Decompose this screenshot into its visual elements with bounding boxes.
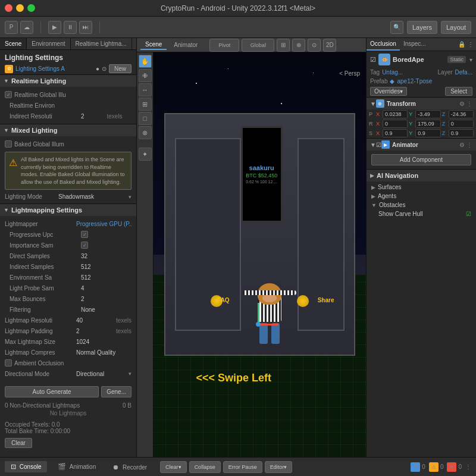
window-controls[interactable] — [5, 4, 35, 12]
realtime-global-illum-checkbox[interactable] — [5, 91, 12, 98]
clear-button[interactable]: Clear — [5, 438, 32, 448]
pivot-dropdown[interactable]: Pivot — [209, 39, 239, 52]
rotation-y-value[interactable]: 175.09 — [415, 120, 440, 128]
close-button[interactable] — [5, 4, 12, 12]
position-x-coord: X 0.0238 — [376, 110, 408, 118]
hand-tool[interactable]: ✋ — [139, 55, 152, 68]
layers-button[interactable]: Layers — [407, 21, 437, 34]
2d-toggle[interactable]: 2D — [323, 39, 336, 52]
ai-nav-show-carve-hull[interactable]: Show Carve Hull ☑ — [367, 209, 476, 218]
importance-sam-checkbox[interactable] — [81, 242, 88, 249]
maximize-button[interactable] — [27, 4, 35, 12]
ai-nav-section-header[interactable]: ▶ AI Navigation — [367, 169, 476, 181]
tag-value[interactable]: Untag... — [382, 69, 403, 76]
transform-tool[interactable]: ⊗ — [139, 126, 152, 139]
scale-tool[interactable]: ⊞ — [139, 98, 152, 111]
step-button[interactable]: ⏭ — [79, 21, 92, 34]
position-y-value[interactable]: -3.49 — [415, 110, 440, 118]
realtime-global-illum-label: Realtime Global Illu — [14, 92, 86, 98]
play-button[interactable]: ▶ — [48, 21, 61, 34]
occlusion-tab[interactable]: Occlusion — [367, 38, 400, 51]
transform-settings-icon[interactable]: ⚙ — [459, 101, 465, 107]
select-button[interactable]: Select — [445, 87, 472, 96]
editor-button[interactable]: Editor▾ — [265, 461, 293, 473]
search-icon[interactable]: 🔍 — [390, 21, 403, 34]
overlay-icon[interactable]: ⊙ — [308, 39, 321, 52]
ai-nav-agents[interactable]: ▶ Agents — [367, 192, 476, 201]
tab-scene[interactable]: Scene — [0, 38, 27, 49]
position-z-value[interactable]: -24.36 — [449, 110, 474, 118]
active-checkbox[interactable]: ☑ — [370, 56, 376, 64]
snap-icon[interactable]: ⊕ — [292, 39, 305, 52]
transform-more-icon[interactable]: ⋮ — [466, 101, 472, 107]
animator-more-icon[interactable]: ⋮ — [466, 142, 472, 148]
pause-button[interactable]: ⏸ — [64, 21, 77, 34]
viewport[interactable]: ✋ ✙ ↔ ⊞ □ ⊗ ✦ — [137, 52, 366, 457]
inspector-tab[interactable]: Inspec... — [400, 38, 430, 51]
position-x-value[interactable]: 0.0238 — [383, 110, 408, 118]
scale-x-value[interactable]: 0.9 — [383, 129, 408, 137]
rotation-x-value[interactable]: 0 — [383, 120, 408, 128]
auto-generate-button[interactable]: Auto Generate — [5, 386, 99, 397]
window-title: CryptoRun - Android - Unity 2022.3.12f1 … — [161, 4, 315, 12]
layout-button[interactable]: Layout — [441, 21, 471, 34]
global-dropdown[interactable]: Global — [242, 39, 274, 52]
lighting-settings-title: Lighting Settings — [5, 54, 131, 62]
more-icon[interactable]: ⋮ — [465, 464, 471, 470]
scale-y-value[interactable]: 0.9 — [415, 129, 440, 137]
error-pause-button[interactable]: Error Pause — [223, 461, 262, 473]
animator-settings-icon[interactable]: ⚙ — [459, 142, 465, 148]
lighting-mode-label: Lighting Mode — [5, 193, 58, 200]
transform-expand-icon[interactable]: ▼ — [370, 101, 376, 107]
collapse-button[interactable]: Collapse — [189, 461, 221, 473]
minimize-button[interactable] — [16, 4, 24, 12]
scale-z-value[interactable]: 0.9 — [449, 129, 474, 137]
move-tool[interactable]: ✙ — [139, 69, 152, 82]
p-icon[interactable]: P — [5, 21, 18, 34]
indirect-resoluti-row: Indirect Resoluti 2 texels — [0, 111, 136, 121]
console-tab[interactable]: ⊡ Console — [5, 461, 47, 472]
animator-active-checkbox[interactable]: ☑ — [376, 142, 381, 148]
prefab-label-text: Prefab — [370, 78, 387, 84]
rotate-tool[interactable]: ↔ — [139, 83, 152, 96]
realtime-lighting-section-header[interactable]: ▼ Realtime Lighting — [0, 74, 136, 87]
show-carve-hull-check[interactable]: ☑ — [466, 211, 471, 217]
recorder-tab[interactable]: ⏺ Recorder — [107, 462, 153, 472]
rect-tool[interactable]: □ — [139, 112, 152, 125]
more-options-icon[interactable]: ⋮ — [468, 41, 474, 48]
mixed-lighting-section-header[interactable]: ▼ Mixed Lighting — [0, 124, 136, 136]
ai-nav-obstacles[interactable]: ▼ Obstacles — [367, 201, 476, 209]
rotation-z-value[interactable]: 0 — [449, 120, 474, 128]
animator-expand-icon[interactable]: ▼ — [370, 142, 376, 148]
ai-nav-surfaces[interactable]: ▶ Surfaces — [367, 183, 476, 192]
lighting-mode-dropdown-icon[interactable]: ▾ — [129, 194, 131, 200]
static-dropdown-icon[interactable]: ▾ — [469, 57, 472, 63]
animation-tab[interactable]: 🎬 Animation — [52, 461, 102, 472]
lock-icon[interactable]: 🔒 — [458, 41, 465, 48]
toolbar-divider-1 — [40, 21, 41, 33]
cloud-icon[interactable]: ☁ — [20, 21, 33, 34]
progressive-upc-checkbox[interactable] — [81, 231, 88, 238]
clear-console-button[interactable]: Clear▾ — [160, 461, 187, 473]
custom-editor-tool[interactable]: ✦ — [139, 148, 152, 161]
asset-lock-icon[interactable]: ⊙ — [102, 65, 107, 72]
tab-realtime-lightmap[interactable]: Realtime Lightma... — [71, 38, 132, 49]
new-lighting-settings-button[interactable]: New — [109, 64, 131, 73]
directional-mode-dropdown-icon[interactable]: ▾ — [129, 371, 131, 377]
tab-environment[interactable]: Environment — [27, 38, 70, 49]
overrides-button[interactable]: Overrides▾ — [370, 87, 407, 96]
lightmapping-settings-section-header[interactable]: ▼ Lightmapping Settings — [0, 203, 136, 216]
generate-button[interactable]: Gene... — [101, 386, 131, 397]
transform-icon: ⊕ — [376, 99, 384, 108]
share-label: Share — [318, 297, 334, 303]
add-component-button[interactable]: Add Component — [371, 154, 471, 165]
asset-eye-icon[interactable]: ● — [96, 65, 99, 72]
ambient-occlusion-checkbox[interactable] — [5, 359, 12, 367]
grid-icon[interactable]: ⊞ — [277, 39, 290, 52]
layer-value[interactable]: Defa... — [455, 69, 472, 76]
scale-z-axis: Z — [442, 130, 448, 136]
scene-tab[interactable]: Scene — [140, 40, 167, 50]
animator-tab[interactable]: Animator — [169, 40, 202, 49]
animator-title: Animator — [392, 142, 459, 148]
baked-global-illum-checkbox[interactable] — [5, 140, 12, 148]
